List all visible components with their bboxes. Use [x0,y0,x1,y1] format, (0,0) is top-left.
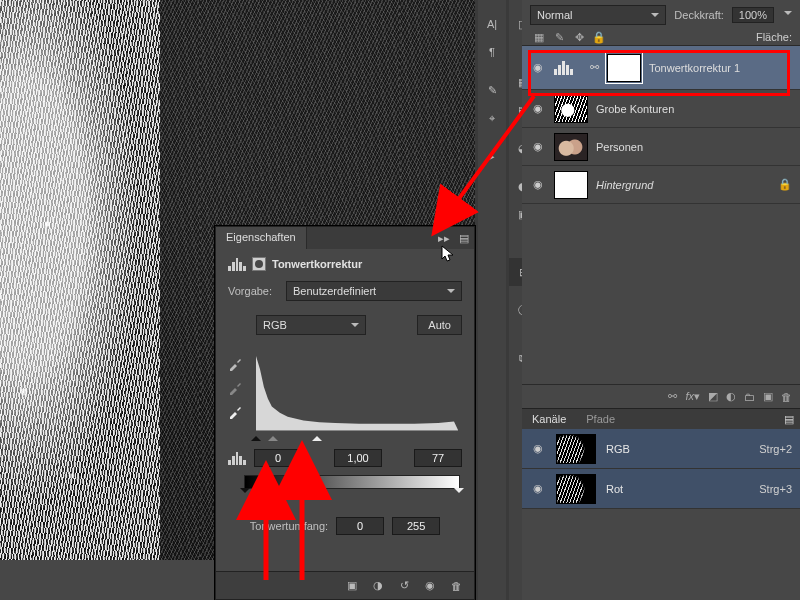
slider-gamma[interactable] [268,431,278,441]
link-layers-icon[interactable]: ⚯ [668,390,677,403]
delete-layer-icon[interactable]: 🗑 [781,391,792,403]
blend-mode-value: Normal [537,9,572,21]
layer-name[interactable]: Personen [596,141,643,153]
tab-channels[interactable]: Kanäle [522,409,576,429]
output-white-field[interactable]: 255 [392,517,440,535]
canvas-artwork [0,0,160,560]
channel-row[interactable]: ◉ RGB Strg+2 [522,429,800,469]
output-slider-white[interactable] [454,488,464,498]
properties-panel: Eigenschaften ▸▸ ▤ Tonwertkorrektur Vorg… [215,226,475,600]
panel-menu-icon[interactable]: ▤ [454,227,474,249]
new-layer-icon[interactable]: ▣ [763,390,773,403]
layer-row[interactable]: ◉ Personen [522,128,800,166]
properties-titlebar: Eigenschaften ▸▸ ▤ [216,227,474,249]
input-black-field[interactable]: 0 [254,449,302,467]
opacity-value[interactable]: 100% [732,7,774,23]
tab-paths[interactable]: Pfade [576,409,625,429]
output-gradient[interactable] [244,475,460,489]
slider-white[interactable] [312,431,322,441]
channels-tabs: Kanäle Pfade ▤ [522,408,800,429]
reset-icon[interactable]: ↺ [396,578,412,594]
add-mask-icon[interactable]: ◩ [708,390,718,403]
auto-button[interactable]: Auto [417,315,462,335]
visibility-toggle-icon[interactable]: ◉ [530,61,546,74]
eyedropper-white-icon[interactable] [228,403,244,419]
visibility-toggle-icon[interactable]: ◉ [530,442,546,455]
adjustment-heading: Tonwertkorrektur [228,257,462,271]
histogram-curve [256,352,458,430]
layer-thumb[interactable] [554,133,588,161]
layer-row-adjustment[interactable]: ◉ ⚯ Tonwertkorrektur 1 [522,46,800,90]
layer-name[interactable]: Hintergrund [596,179,653,191]
channel-select[interactable]: RGB [256,315,366,335]
mask-icon[interactable] [252,257,266,271]
eyedropper-gray-icon[interactable] [228,379,244,395]
right-panel: Normal Deckkraft: 100% ▦ ✎ ✥ 🔒 Fläche: ◉… [522,0,800,600]
histogram[interactable] [256,351,458,431]
channel-name: Rot [606,483,623,495]
opacity-label: Deckkraft: [674,9,724,21]
adjustment-title: Tonwertkorrektur [272,258,362,270]
visibility-toggle-icon[interactable]: ◉ [530,140,546,153]
layer-mask-thumb[interactable] [607,54,641,82]
character-panel-icon[interactable]: A| [478,10,506,38]
channel-shortcut: Strg+2 [759,443,792,455]
layer-style-icon[interactable]: fx▾ [685,390,700,403]
lock-transparent-icon[interactable]: ▦ [530,30,548,44]
channel-thumb [556,474,596,504]
clip-to-layer-icon[interactable]: ▣ [344,578,360,594]
layer-name[interactable]: Grobe Konturen [596,103,674,115]
layer-thumb[interactable] [554,95,588,123]
opacity-dropdown-icon[interactable] [784,11,792,19]
output-black-field[interactable]: 0 [336,517,384,535]
properties-tab[interactable]: Eigenschaften [216,227,307,249]
channel-row[interactable]: ◉ Rot Strg+3 [522,469,800,509]
visibility-toggle-icon[interactable]: ◉ [530,178,546,191]
layers-footer: ⚯ fx▾ ◩ ◐ 🗀 ▣ 🗑 [522,384,800,408]
lock-icon: 🔒 [778,178,792,191]
brush-panel-icon[interactable]: ✎ [478,76,506,104]
visibility-toggle-icon[interactable]: ◉ [530,102,546,115]
layers-header: Normal Deckkraft: 100% ▦ ✎ ✥ 🔒 Fläche: [522,0,800,46]
preset-label: Vorgabe: [228,285,278,297]
eyedropper-black-icon[interactable] [228,355,244,371]
channel-thumb [556,434,596,464]
panel-dock-left: A| ¶ ✎ ⌖ ▸ [478,0,506,600]
preset-value: Benutzerdefiniert [293,285,376,297]
layers-list: ◉ ⚯ Tonwertkorrektur 1 ◉ Grobe Konturen … [522,46,800,204]
input-gamma-field[interactable]: 1,00 [334,449,382,467]
visibility-toggle-icon[interactable]: ◉ [530,482,546,495]
output-label: Tonwertumfang: [250,520,328,532]
link-mask-icon[interactable]: ⚯ [590,61,599,74]
lock-all-icon[interactable]: 🔒 [590,30,608,44]
levels-small-icon [228,451,246,465]
input-sliders[interactable] [256,433,458,443]
levels-icon [554,61,582,75]
layer-name[interactable]: Tonwertkorrektur 1 [649,62,740,74]
properties-footer: ▣ ◑ ↺ ◉ 🗑 [216,571,474,599]
toggle-visibility-icon[interactable]: ◉ [422,578,438,594]
fill-label: Fläche: [756,31,792,43]
input-white-field[interactable]: 77 [414,449,462,467]
layer-row[interactable]: ◉ Grobe Konturen [522,90,800,128]
history-panel-icon[interactable]: ▸ [478,142,506,170]
clone-panel-icon[interactable]: ⌖ [478,104,506,132]
layer-thumb[interactable] [554,171,588,199]
slider-black[interactable] [251,431,261,441]
delete-icon[interactable]: 🗑 [448,578,464,594]
lock-pixels-icon[interactable]: ✎ [550,30,568,44]
lock-position-icon[interactable]: ✥ [570,30,588,44]
new-adjustment-icon[interactable]: ◐ [726,390,736,403]
channels-menu-icon[interactable]: ▤ [778,409,800,429]
blend-mode-select[interactable]: Normal [530,5,666,25]
output-slider-black[interactable] [240,488,250,498]
channel-shortcut: Strg+3 [759,483,792,495]
layer-row-background[interactable]: ◉ Hintergrund 🔒 [522,166,800,204]
new-group-icon[interactable]: 🗀 [744,391,755,403]
channel-value: RGB [263,319,287,331]
paragraph-panel-icon[interactable]: ¶ [478,38,506,66]
preset-select[interactable]: Benutzerdefiniert [286,281,462,301]
view-previous-icon[interactable]: ◑ [370,578,386,594]
channel-name: RGB [606,443,630,455]
levels-icon [228,257,246,271]
